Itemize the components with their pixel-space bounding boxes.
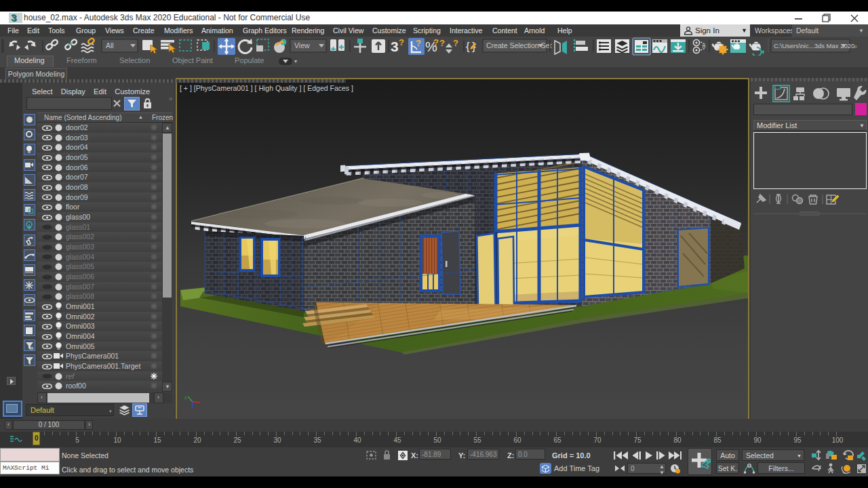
svg-text:3: 3 xyxy=(391,39,399,54)
svg-text:?: ? xyxy=(399,37,404,47)
svg-text:View: View xyxy=(294,41,310,49)
svg-text:?: ? xyxy=(439,38,445,48)
svg-text:{ }: { } xyxy=(466,40,476,53)
svg-text:?: ? xyxy=(416,38,421,48)
svg-text:All: All xyxy=(106,41,114,49)
svg-text:z: z xyxy=(184,395,187,400)
svg-text:?: ? xyxy=(453,38,458,48)
svg-text:»: » xyxy=(853,42,857,50)
svg-text:[ + ] [PhysCamera001 ] [ High: [ + ] [PhysCamera001 ] [ High Quality ] … xyxy=(180,84,353,92)
svg-text:?: ? xyxy=(433,37,439,47)
